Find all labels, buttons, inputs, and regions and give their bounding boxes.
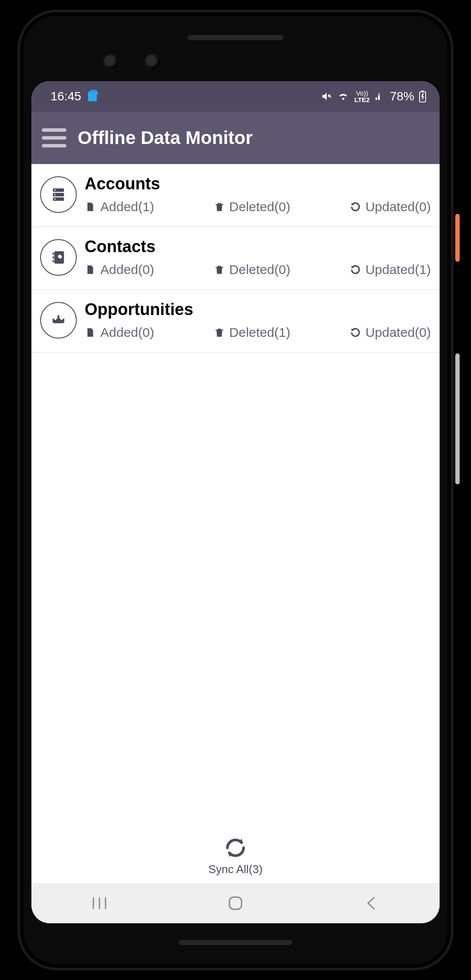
added-stat[interactable]: Added(1) [85,199,154,214]
added-icon [85,201,96,212]
refresh-icon [350,327,361,338]
svg-point-7 [55,199,56,200]
screen: 16:45 Vo)) LTE2 78% Offline Data Monitor [31,81,440,923]
deleted-label: Deleted [229,325,274,339]
added-label: Added [100,325,138,339]
phone-volume-button [455,353,460,484]
app-bar: Offline Data Monitor [31,112,440,164]
updated-count: 0 [419,325,427,339]
status-right: Vo)) LTE2 78% [321,89,427,103]
volte-text: Vo)) [356,90,368,96]
data-list: Accounts Added(1) Deleted(0) Updated(0) [31,164,440,836]
svg-rect-11 [53,260,54,262]
item-title: Accounts [85,175,431,193]
added-icon [85,264,96,275]
wifi-icon [337,91,350,102]
status-time: 16:45 [51,89,81,103]
svg-point-6 [55,194,56,195]
added-stat[interactable]: Added(0) [85,325,154,340]
phone-camera-2 [144,53,161,71]
sync-all-button[interactable]: Sync All(3) [31,836,440,883]
added-count: 0 [143,325,150,339]
svg-rect-10 [53,257,54,259]
status-left: 16:45 [51,89,97,103]
svg-point-12 [58,315,60,317]
sync-icon [221,836,250,860]
nav-home-button[interactable] [209,894,262,912]
deleted-stat[interactable]: Deleted(1) [214,325,290,340]
deleted-label: Deleted [229,262,274,277]
updated-label: Updated [365,262,415,277]
list-item-contacts[interactable]: Contacts Added(0) Deleted(0) Updated(1) [31,227,440,290]
added-icon [85,327,96,338]
volte-label: Vo)) LTE2 [354,90,370,103]
contacts-icon [40,239,77,276]
android-nav-bar [31,883,440,923]
mute-icon [321,91,332,102]
added-label: Added [100,262,138,277]
trash-icon [214,201,225,212]
phone-speaker-top [188,35,283,40]
updated-stat[interactable]: Updated(1) [350,262,431,277]
accounts-icon [40,176,77,213]
battery-percent: 78% [390,89,414,103]
battery-icon [419,90,427,103]
trash-icon [214,327,225,338]
list-item-opportunities[interactable]: Opportunities Added(0) Deleted(1) Update… [31,290,440,353]
opportunities-icon [40,302,77,339]
refresh-icon [350,264,361,275]
deleted-count: 1 [279,325,286,339]
svg-rect-16 [229,897,242,909]
list-item-accounts[interactable]: Accounts Added(1) Deleted(0) Updated(0) [31,164,440,227]
phone-speaker-bottom [179,940,292,945]
deleted-label: Deleted [229,199,274,214]
svg-rect-9 [53,253,54,255]
svg-rect-1 [421,91,424,93]
phone-camera-1 [102,53,120,71]
item-title: Opportunities [85,300,431,319]
added-stat[interactable]: Added(0) [85,262,154,277]
updated-count: 0 [419,199,427,214]
menu-button[interactable] [42,128,66,147]
deleted-stat[interactable]: Deleted(0) [214,199,290,214]
signal-icon [374,91,386,102]
added-label: Added [100,199,138,214]
updated-count: 1 [419,262,427,277]
item-title: Contacts [85,237,431,256]
added-count: 0 [143,262,150,277]
added-count: 1 [143,199,150,214]
lte-text: LTE2 [354,96,370,103]
page-title: Offline Data Monitor [78,127,253,148]
deleted-stat[interactable]: Deleted(0) [214,262,290,277]
phone-power-button [455,214,460,262]
updated-stat[interactable]: Updated(0) [350,325,431,340]
status-bar: 16:45 Vo)) LTE2 78% [31,81,440,112]
nav-back-button[interactable] [345,896,398,911]
svg-point-5 [55,189,56,191]
trash-icon [214,264,225,275]
deleted-count: 0 [279,262,286,277]
bag-icon [88,92,97,101]
updated-label: Updated [365,199,415,214]
sync-all-label: Sync All(3) [208,863,263,876]
nav-recent-button[interactable] [73,897,126,909]
updated-stat[interactable]: Updated(0) [350,199,431,214]
deleted-count: 0 [279,199,286,214]
updated-label: Updated [365,325,415,339]
refresh-icon [350,201,361,212]
